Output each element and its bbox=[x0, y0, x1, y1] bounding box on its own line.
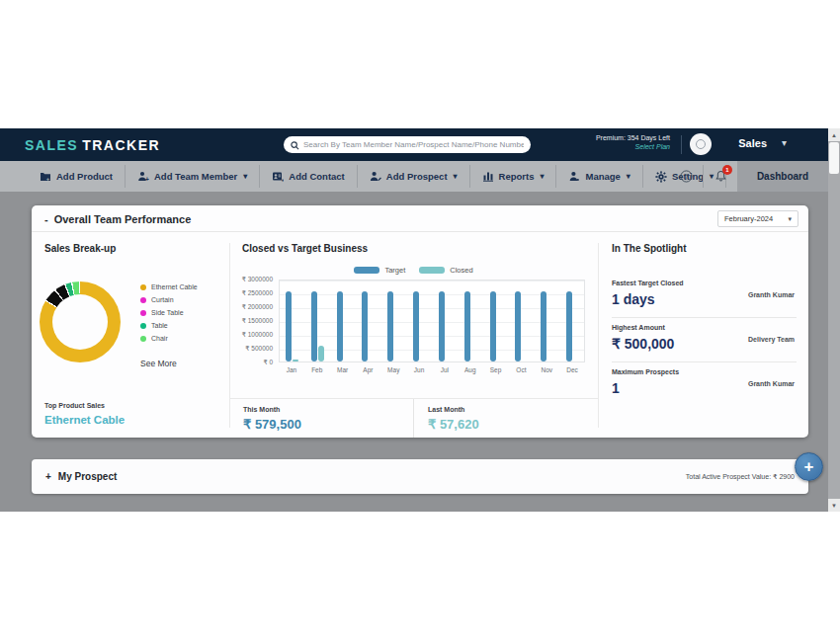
x-tick-label: Apr bbox=[363, 366, 373, 373]
scrollbar-thumb[interactable] bbox=[829, 142, 839, 174]
legend-dot bbox=[140, 310, 146, 316]
bar-chart: ₹ 0₹ 500000₹ 1000000₹ 1500000₹ 2000000₹ … bbox=[239, 280, 587, 378]
bar-group-aug bbox=[464, 291, 470, 361]
gridline bbox=[280, 294, 584, 295]
plan-info: Premium: 354 Days Left Select Plan bbox=[596, 133, 670, 151]
bar-group-nov bbox=[541, 291, 546, 361]
nav-button-label: Add Prospect bbox=[386, 171, 448, 182]
spotlight-row-prospects: Maximum Prospects 1 Granth Kumar bbox=[612, 362, 797, 406]
x-tick-label: Dec bbox=[566, 366, 578, 373]
svg-text:+: + bbox=[145, 176, 149, 183]
legend-item: Table bbox=[140, 322, 198, 329]
nav-button-add-product[interactable]: +Add Product bbox=[28, 161, 125, 192]
my-prospect-title: My Prospect bbox=[58, 471, 117, 482]
legend-series-name: Closed bbox=[450, 266, 472, 275]
donut-legend: Ethernet CableCurtainSide TableTableChai… bbox=[140, 283, 198, 348]
nav-button-add-contact[interactable]: +Add Contact bbox=[260, 161, 356, 192]
user-avatar[interactable] bbox=[690, 133, 712, 155]
x-tick-label: Feb bbox=[311, 366, 322, 373]
this-month-label: This Month bbox=[243, 406, 413, 413]
nav-button-label: Add Contact bbox=[289, 171, 344, 182]
global-search bbox=[284, 136, 531, 153]
x-tick-label: Jan bbox=[287, 366, 296, 373]
tab-dashboard[interactable]: Dashboard bbox=[737, 161, 828, 192]
bar-group-mar bbox=[337, 291, 343, 361]
scroll-down-arrow-icon[interactable]: ▼ bbox=[828, 499, 840, 512]
action-toolbar: +Add Product+Add Team Member▾+Add Contac… bbox=[0, 161, 828, 192]
bar-group-oct bbox=[515, 291, 521, 361]
notifications-button[interactable]: 1 bbox=[704, 161, 737, 192]
target-bar bbox=[311, 291, 317, 361]
month-filter-select[interactable]: February-2024 ▾ bbox=[717, 210, 798, 227]
chart-legend-item: Target bbox=[354, 266, 405, 275]
sales-tracker-app: SALESTRACKER Premium: 354 Days Left Sele… bbox=[0, 128, 840, 512]
sales-breakup-title: Sales Break-up bbox=[44, 243, 116, 254]
x-tick-label: Aug bbox=[464, 366, 476, 373]
user-menu-label[interactable]: Sales bbox=[738, 137, 767, 149]
target-bar bbox=[286, 291, 292, 361]
month-summary: This Month ₹ 579,500 Last Month ₹ 57,620 bbox=[229, 399, 598, 438]
see-more-link[interactable]: See More bbox=[140, 359, 177, 368]
app-logo: SALESTRACKER bbox=[25, 137, 160, 153]
closed-bar bbox=[293, 360, 298, 361]
nav-button-add-team-member[interactable]: +Add Team Member▾ bbox=[126, 161, 259, 192]
bar-chart-legend: TargetClosed bbox=[229, 266, 598, 275]
y-tick-label: ₹ 2500000 bbox=[242, 289, 273, 297]
nav-button-manage[interactable]: Manage▾ bbox=[556, 161, 641, 192]
svg-text:?: ? bbox=[684, 172, 688, 181]
month-filter-value: February-2024 bbox=[724, 214, 773, 223]
avatar-placeholder-icon bbox=[696, 139, 706, 149]
bar-group-feb bbox=[311, 291, 324, 361]
last-month-value: ₹ 57,620 bbox=[428, 417, 598, 432]
caret-down-icon: ▾ bbox=[454, 172, 458, 181]
top-product-label: Top Product Sales bbox=[44, 402, 105, 409]
card-header: -Overall Team Performance February-2024 … bbox=[32, 205, 808, 232]
gridline bbox=[280, 308, 584, 309]
gridline bbox=[280, 350, 584, 351]
help-button[interactable]: ? bbox=[669, 161, 703, 192]
my-prospect-toggle[interactable]: +My Prospect bbox=[45, 471, 117, 482]
gridline bbox=[280, 336, 584, 337]
add-floating-button[interactable]: + bbox=[795, 452, 823, 481]
legend-swatch bbox=[354, 267, 379, 274]
target-bar bbox=[387, 291, 393, 361]
svg-text:+: + bbox=[46, 176, 50, 182]
panel-title: Overall Team Performance bbox=[54, 213, 192, 225]
person-icon bbox=[568, 171, 580, 182]
search-input[interactable] bbox=[303, 140, 524, 149]
chevron-down-icon[interactable]: ▾ bbox=[782, 137, 787, 148]
last-month-cell: Last Month ₹ 57,620 bbox=[413, 399, 598, 438]
bar-group-jul bbox=[439, 291, 445, 361]
target-bar bbox=[541, 291, 546, 361]
toolbar-right: ? 1 Dashboard bbox=[669, 161, 828, 192]
header-divider bbox=[681, 135, 682, 154]
notification-badge: 1 bbox=[722, 165, 732, 175]
bar-group-apr bbox=[362, 291, 368, 361]
expand-icon[interactable]: + bbox=[45, 471, 51, 482]
chart-legend-item: Closed bbox=[419, 266, 472, 275]
x-tick-label: Oct bbox=[516, 366, 526, 373]
nav-button-reports[interactable]: Reports▾ bbox=[470, 161, 556, 192]
target-bar bbox=[566, 291, 572, 361]
x-tick-label: Jul bbox=[441, 366, 449, 373]
legend-series-name: Target bbox=[384, 266, 405, 275]
target-bar bbox=[362, 291, 368, 361]
nav-button-label: Add Product bbox=[56, 171, 113, 182]
legend-swatch bbox=[419, 267, 445, 274]
spotlight-person: Granth Kumar bbox=[748, 380, 795, 387]
search-icon bbox=[291, 136, 299, 154]
collapse-icon[interactable]: - bbox=[44, 213, 48, 225]
panel-collapse-toggle[interactable]: -Overall Team Performance bbox=[44, 213, 191, 225]
this-month-value: ₹ 579,500 bbox=[243, 417, 413, 432]
scroll-up-arrow-icon[interactable]: ▲ bbox=[828, 128, 840, 141]
sales-breakup-donut-chart bbox=[40, 281, 121, 362]
chevron-down-icon: ▾ bbox=[788, 215, 792, 223]
select-plan-link[interactable]: Select Plan bbox=[596, 142, 670, 151]
folder-plus-icon: + bbox=[40, 171, 51, 182]
contact-card-icon: + bbox=[272, 171, 284, 182]
top-header: SALESTRACKER Premium: 354 Days Left Sele… bbox=[0, 128, 828, 161]
gear-icon bbox=[655, 171, 667, 183]
nav-button-label: Manage bbox=[585, 171, 620, 182]
nav-button-add-prospect[interactable]: Add Prospect▾ bbox=[358, 161, 469, 192]
legend-label: Ethernet Cable bbox=[151, 283, 198, 290]
